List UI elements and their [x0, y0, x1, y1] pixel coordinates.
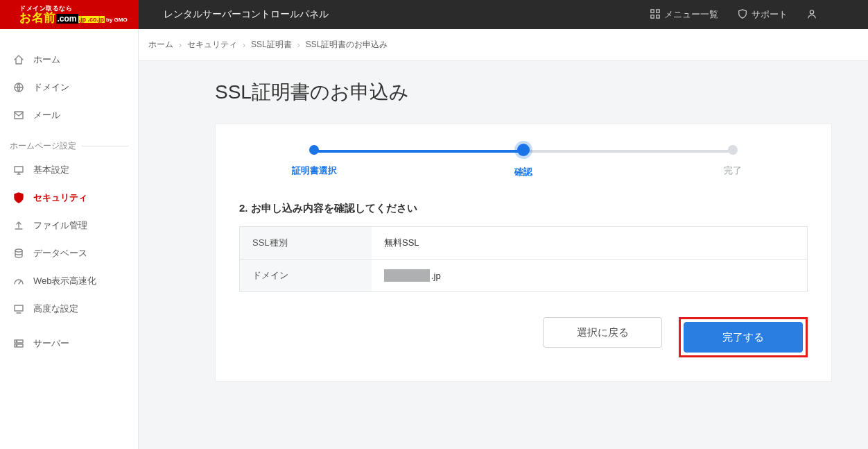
sidebar-item-label: データベース: [33, 247, 87, 260]
brand-logo[interactable]: ドメイン取るなら お名前.com.jp .co.jpby GMO: [0, 0, 139, 29]
submit-button[interactable]: 完了する: [684, 322, 803, 353]
step-2: 確認: [518, 145, 529, 178]
sidebar-item-mail[interactable]: メール: [0, 101, 138, 129]
shield-icon: [12, 192, 25, 203]
chevron-right-icon: ›: [297, 40, 300, 50]
user-icon: [807, 9, 817, 21]
home-icon: [12, 54, 25, 65]
chevron-right-icon: ›: [243, 40, 245, 50]
page-title: SSL証明書のお申込み: [215, 79, 861, 105]
step-dot-icon: [309, 145, 319, 155]
sidebar-item-basic-settings[interactable]: 基本設定: [0, 156, 138, 184]
redacted-text: [384, 269, 430, 282]
row-key: ドメイン: [240, 260, 372, 291]
database-icon: [12, 248, 25, 259]
brand-bygmo: by GMO: [106, 17, 128, 23]
breadcrumb-item[interactable]: SSL証明書: [251, 39, 292, 51]
breadcrumb-item[interactable]: ホーム: [148, 39, 173, 51]
app-header: ドメイン取るなら お名前.com.jp .co.jpby GMO レンタルサーバ…: [0, 0, 868, 29]
brand-tld-badge: .jp .co.jp: [78, 16, 105, 23]
svg-point-8: [15, 249, 22, 252]
gauge-icon: [12, 276, 25, 287]
form-card: 証明書選択 確認 完了 2. お申し込み内容を確認してください SSL種別: [215, 124, 832, 382]
breadcrumb-item-current: SSL証明書のお申込み: [306, 39, 388, 51]
back-button[interactable]: 選択に戻る: [543, 317, 662, 348]
sidebar-item-web-speed[interactable]: Web表示高速化: [0, 267, 138, 295]
sliders-icon: [12, 303, 25, 314]
shield-outline-icon: [738, 9, 747, 21]
brand-com: .com: [56, 14, 78, 24]
svg-rect-3: [657, 15, 659, 17]
support-button[interactable]: サポート: [728, 0, 797, 29]
svg-point-12: [16, 341, 17, 341]
svg-rect-9: [15, 305, 23, 311]
button-row: 選択に戻る 完了する: [239, 317, 808, 357]
upload-icon: [12, 220, 25, 231]
svg-rect-0: [651, 9, 654, 12]
sidebar-item-security[interactable]: セキュリティ: [0, 184, 138, 212]
menu-list-label: メニュー一覧: [664, 8, 718, 21]
table-row: SSL種別 無料SSL: [240, 227, 807, 259]
breadcrumb-item[interactable]: セキュリティ: [187, 39, 237, 51]
sidebar-item-domain[interactable]: ドメイン: [0, 74, 138, 101]
monitor-icon: [12, 164, 25, 176]
sidebar-item-label: サーバー: [33, 337, 69, 350]
chevron-right-icon: ›: [179, 40, 182, 50]
section-title: 2. お申し込み内容を確認してください: [239, 202, 808, 215]
server-icon: [12, 338, 25, 349]
sidebar-item-database[interactable]: データベース: [0, 239, 138, 267]
svg-rect-2: [651, 15, 654, 17]
step-dot-icon: [728, 145, 738, 155]
breadcrumb: ホーム › セキュリティ › SSL証明書 › SSL証明書のお申込み: [139, 29, 868, 61]
sidebar-group-homepage: ホームページ設定: [0, 129, 138, 156]
row-value: 無料SSL: [372, 227, 807, 259]
sidebar: ホーム ドメイン メール ホームページ設定 基本設定: [0, 29, 139, 449]
svg-point-4: [810, 10, 813, 13]
sidebar-item-home[interactable]: ホーム: [0, 46, 138, 74]
support-label: サポート: [752, 8, 788, 21]
sidebar-item-label: 基本設定: [33, 164, 69, 176]
sidebar-item-label: ファイル管理: [33, 219, 87, 232]
step-1: 証明書選択: [309, 145, 320, 178]
main-content: ホーム › セキュリティ › SSL証明書 › SSL証明書のお申込み SSL証…: [139, 29, 868, 449]
mail-icon: [12, 110, 25, 121]
step-label: 確認: [514, 166, 532, 178]
submit-button-highlight: 完了する: [679, 317, 808, 357]
step-3: 完了: [727, 145, 738, 178]
sidebar-item-advanced-settings[interactable]: 高度な設定: [0, 295, 138, 323]
sidebar-item-server[interactable]: サーバー: [0, 330, 138, 357]
step-label: 証明書選択: [292, 164, 337, 177]
globe-icon: [12, 82, 25, 93]
confirmation-table: SSL種別 無料SSL ドメイン .jp: [239, 226, 808, 292]
sidebar-item-label: Web表示高速化: [33, 275, 97, 287]
sidebar-item-label: ドメイン: [33, 81, 69, 94]
progress-stepper: 証明書選択 確認 完了: [309, 145, 738, 178]
app-title: レンタルサーバーコントロールパネル: [139, 0, 329, 29]
row-key: SSL種別: [240, 227, 372, 259]
menu-list-button[interactable]: メニュー一覧: [641, 0, 728, 29]
svg-point-13: [16, 345, 17, 346]
grid-icon: [650, 9, 660, 21]
svg-rect-1: [657, 9, 659, 12]
svg-rect-7: [15, 167, 23, 172]
sidebar-item-label: 高度な設定: [33, 303, 78, 315]
step-label: 完了: [724, 164, 742, 177]
step-dot-icon: [517, 144, 530, 156]
row-value: .jp: [372, 260, 807, 291]
sidebar-item-label: ホーム: [33, 53, 60, 66]
table-row: ドメイン .jp: [240, 259, 807, 291]
sidebar-item-label: セキュリティ: [33, 192, 87, 204]
sidebar-item-label: メール: [33, 109, 60, 121]
sidebar-item-file-manager[interactable]: ファイル管理: [0, 212, 138, 239]
brand-name: お名前: [19, 11, 56, 24]
user-menu[interactable]: [797, 0, 868, 29]
svg-rect-6: [15, 112, 23, 119]
